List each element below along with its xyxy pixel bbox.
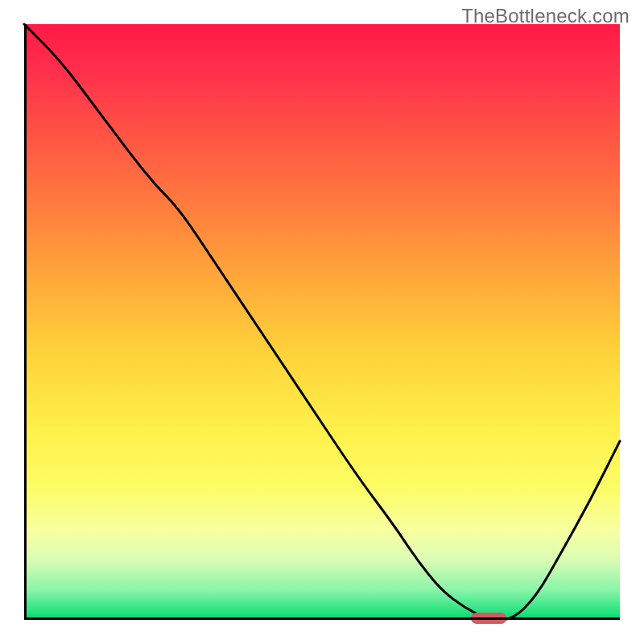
plot-area [24,24,620,620]
bottleneck-curve [24,24,620,620]
chart-container: TheBottleneck.com [0,0,644,644]
optimal-marker [471,613,506,624]
watermark-text: TheBottleneck.com [461,5,630,27]
